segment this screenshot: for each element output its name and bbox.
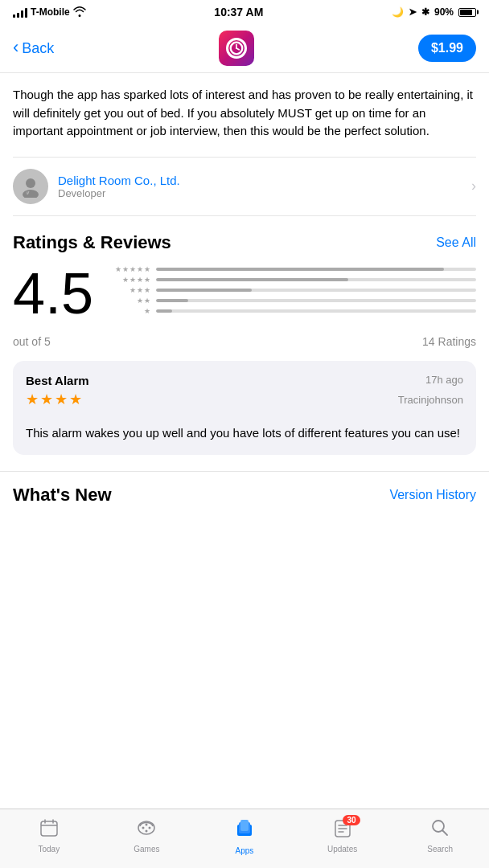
wifi-icon <box>73 6 86 19</box>
price-button[interactable]: $1.99 <box>418 35 476 62</box>
whats-new-header: What's New Version History <box>13 485 476 506</box>
svg-point-15 <box>146 823 148 825</box>
big-rating-number: 4.5 <box>13 264 93 322</box>
review-title: Best Alarm <box>26 374 89 387</box>
svg-point-13 <box>142 826 145 829</box>
tab-apps[interactable]: Apps <box>195 817 294 855</box>
num-ratings-label: 14 Ratings <box>422 335 476 348</box>
games-tab-label: Games <box>134 845 159 854</box>
description-text: Though the app has sparked lots of inter… <box>13 86 476 141</box>
ratings-summary: 4.5 ★★★★★ ★★★★ ★★★ ★ <box>13 264 476 322</box>
signal-bars <box>13 6 27 18</box>
stars-1: ★ <box>109 307 151 315</box>
tab-games[interactable]: Games <box>98 818 196 854</box>
rating-bottom: out of 5 14 Ratings <box>13 335 476 348</box>
ratings-header: Ratings & Reviews See All <box>13 232 476 253</box>
review-author: Tracinjohnson <box>398 394 463 406</box>
svg-line-25 <box>443 830 448 835</box>
review-body: This alarm wakes you up well and you hav… <box>26 424 463 443</box>
svg-point-3 <box>236 47 237 49</box>
ratings-section: Ratings & Reviews See All 4.5 ★★★★★ ★★★★… <box>0 232 489 348</box>
stars-2: ★★ <box>109 297 151 305</box>
svg-rect-8 <box>41 821 57 836</box>
developer-info: Delight Room Co., Ltd. Developer <box>58 174 471 199</box>
tab-updates[interactable]: 30 Updates <box>294 818 392 854</box>
bar-row-5: ★★★★★ <box>109 265 476 273</box>
developer-chevron-icon: › <box>471 178 476 194</box>
status-left: T-Mobile <box>13 6 86 19</box>
back-label: Back <box>22 40 54 57</box>
svg-point-4 <box>26 178 35 188</box>
battery-percent: 90% <box>434 6 454 18</box>
updates-badge: 30 <box>343 815 360 825</box>
review-subheader: ★ ★ ★ ★ Tracinjohnson <box>26 391 463 416</box>
whats-new-title: What's New <box>13 485 112 506</box>
battery-icon <box>458 8 476 17</box>
apps-tab-label: Apps <box>236 846 254 855</box>
svg-point-14 <box>149 826 151 829</box>
bar-row-2: ★★ <box>109 297 476 305</box>
review-stars: ★ ★ ★ ★ <box>26 391 82 408</box>
bar-row-3: ★★★ <box>109 286 476 294</box>
star-2: ★ <box>40 391 53 408</box>
version-history-link[interactable]: Version History <box>389 488 476 502</box>
search-tab-label: Search <box>427 845 453 854</box>
review-header: Best Alarm 17h ago <box>26 374 463 387</box>
tab-bar: Today Games Apps <box>0 809 489 868</box>
star-bars: ★★★★★ ★★★★ ★★★ ★★ <box>109 265 476 315</box>
stars-5: ★★★★★ <box>109 265 151 273</box>
bar-row-4: ★★★★ <box>109 276 476 284</box>
review-card: Best Alarm 17h ago ★ ★ ★ ★ Tracinjohnson… <box>13 361 476 456</box>
review-time: 17h ago <box>425 374 463 386</box>
status-right: 🌙 ➤ ✱ 90% <box>392 6 476 18</box>
apps-icon <box>233 817 256 844</box>
stars-4: ★★★★ <box>109 276 151 284</box>
developer-name: Delight Room Co., Ltd. <box>58 174 471 187</box>
carrier-label: T-Mobile <box>31 6 70 18</box>
developer-avatar <box>13 169 48 204</box>
svg-point-16 <box>146 829 148 832</box>
status-bar: T-Mobile 10:37 AM 🌙 ➤ ✱ 90% <box>0 0 489 24</box>
updates-tab-label: Updates <box>327 845 357 854</box>
svg-point-12 <box>138 821 154 834</box>
svg-point-5 <box>23 190 39 198</box>
developer-label: Developer <box>58 187 471 199</box>
search-icon <box>430 818 450 842</box>
star-4: ★ <box>69 391 82 408</box>
whats-new-section: What's New Version History <box>0 471 489 506</box>
location-icon: ➤ <box>409 6 417 18</box>
bluetooth-icon: ✱ <box>421 6 429 18</box>
bar-row-1: ★ <box>109 307 476 315</box>
back-chevron-icon: ‹ <box>13 37 18 58</box>
developer-section[interactable]: Delight Room Co., Ltd. Developer › <box>13 157 476 216</box>
status-time: 10:37 AM <box>214 6 263 18</box>
out-of-label: out of 5 <box>13 335 51 348</box>
back-button[interactable]: ‹ Back <box>13 39 54 58</box>
rating-bars: ★★★★★ ★★★★ ★★★ ★★ <box>109 265 476 321</box>
stars-3: ★★★ <box>109 286 151 294</box>
app-icon <box>219 31 254 66</box>
tab-search[interactable]: Search <box>391 818 489 854</box>
today-icon <box>39 818 59 842</box>
today-tab-label: Today <box>38 845 60 854</box>
star-3: ★ <box>55 391 68 408</box>
see-all-link[interactable]: See All <box>436 235 476 250</box>
tab-today[interactable]: Today <box>0 818 98 854</box>
svg-rect-19 <box>240 820 249 831</box>
games-icon <box>137 818 156 842</box>
ratings-title: Ratings & Reviews <box>13 232 171 253</box>
description-section: Though the app has sparked lots of inter… <box>0 73 489 216</box>
star-1: ★ <box>26 391 39 408</box>
updates-icon: 30 <box>333 818 352 842</box>
moon-icon: 🌙 <box>392 6 404 18</box>
nav-bar: ‹ Back $1.99 <box>0 24 489 73</box>
